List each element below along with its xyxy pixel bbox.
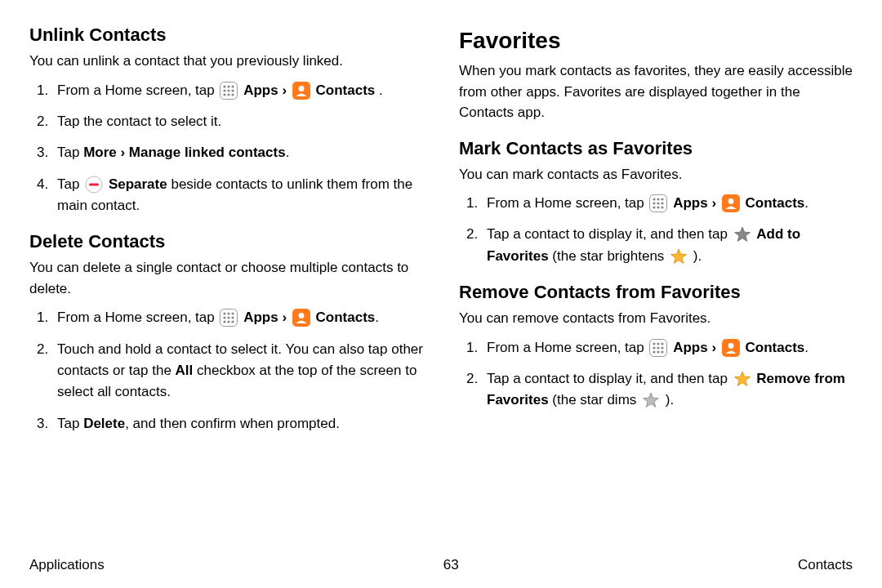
unlink-step-2: Tap the contact to select it. bbox=[52, 111, 423, 132]
delete-step-3: Tap Delete, and then confirm when prompt… bbox=[52, 413, 423, 434]
svg-rect-13 bbox=[89, 183, 99, 185]
apps-icon bbox=[649, 339, 667, 357]
svg-point-37 bbox=[728, 198, 733, 204]
page-body: Unlink Contacts You can unlink a contact… bbox=[0, 0, 882, 446]
svg-point-22 bbox=[228, 321, 230, 323]
svg-point-35 bbox=[662, 206, 664, 208]
svg-point-21 bbox=[224, 321, 226, 323]
svg-point-47 bbox=[653, 350, 656, 353]
svg-point-31 bbox=[657, 202, 660, 204]
intro-remove: You can remove contacts from Favorites. bbox=[459, 308, 853, 329]
star-bright-icon bbox=[733, 370, 751, 388]
svg-point-45 bbox=[657, 346, 660, 349]
svg-point-49 bbox=[662, 350, 664, 353]
svg-point-18 bbox=[224, 317, 226, 319]
svg-point-1 bbox=[224, 85, 226, 87]
svg-point-17 bbox=[232, 313, 234, 315]
heading-delete-contacts: Delete Contacts bbox=[29, 231, 423, 252]
svg-point-29 bbox=[662, 198, 664, 200]
contacts-icon bbox=[722, 339, 740, 357]
svg-point-25 bbox=[298, 313, 304, 318]
svg-point-42 bbox=[657, 342, 660, 345]
unlink-step-1: From a Home screen, tap Apps › Contacts … bbox=[52, 80, 423, 101]
star-outline-icon bbox=[733, 225, 751, 243]
svg-marker-38 bbox=[734, 227, 750, 241]
svg-point-6 bbox=[232, 89, 234, 91]
svg-point-9 bbox=[232, 93, 234, 96]
footer-page-number: 63 bbox=[443, 557, 459, 573]
svg-point-32 bbox=[662, 202, 664, 204]
svg-point-46 bbox=[662, 346, 664, 349]
svg-point-48 bbox=[657, 350, 660, 353]
svg-point-51 bbox=[728, 343, 733, 349]
svg-point-28 bbox=[657, 198, 660, 200]
svg-point-7 bbox=[224, 93, 226, 96]
intro-mark: You can mark contacts as Favorites. bbox=[459, 164, 853, 185]
svg-point-11 bbox=[298, 86, 304, 91]
svg-point-33 bbox=[653, 206, 656, 208]
svg-point-3 bbox=[232, 85, 234, 87]
svg-point-41 bbox=[653, 342, 656, 345]
star-bright-icon bbox=[670, 247, 688, 265]
apps-icon bbox=[649, 194, 667, 212]
star-dim-icon bbox=[642, 391, 660, 409]
remove-step-2: Tap a contact to display it, and then ta… bbox=[482, 368, 853, 412]
heading-favorites: Favorites bbox=[459, 28, 853, 54]
svg-point-20 bbox=[232, 317, 234, 319]
intro-delete: You can delete a single contact or choos… bbox=[29, 257, 423, 299]
steps-delete: From a Home screen, tap Apps › Contacts.… bbox=[29, 307, 423, 434]
page-footer: Applications 63 Contacts bbox=[29, 557, 853, 573]
intro-favorites: When you mark contacts as favorites, the… bbox=[459, 60, 853, 123]
svg-point-27 bbox=[653, 198, 656, 200]
svg-point-34 bbox=[657, 206, 660, 208]
heading-unlink-contacts: Unlink Contacts bbox=[29, 24, 423, 46]
steps-unlink: From a Home screen, tap Apps › Contacts … bbox=[29, 80, 423, 217]
contacts-icon bbox=[722, 194, 740, 212]
heading-mark-favorites: Mark Contacts as Favorites bbox=[459, 138, 853, 159]
steps-mark: From a Home screen, tap Apps › Contacts.… bbox=[459, 193, 853, 267]
steps-remove: From a Home screen, tap Apps › Contacts.… bbox=[459, 337, 853, 412]
apps-icon bbox=[220, 82, 238, 100]
svg-point-16 bbox=[228, 313, 230, 315]
svg-point-15 bbox=[224, 313, 226, 315]
unlink-step-3: Tap More › Manage linked contacts. bbox=[52, 142, 423, 163]
svg-point-30 bbox=[653, 202, 656, 204]
unlink-step-4: Tap Separate beside contacts to unlink t… bbox=[52, 174, 423, 217]
mark-step-2: Tap a contact to display it, and then ta… bbox=[482, 224, 853, 267]
contacts-icon bbox=[292, 309, 310, 327]
svg-point-44 bbox=[653, 346, 656, 349]
svg-point-4 bbox=[224, 89, 226, 91]
footer-left: Applications bbox=[29, 557, 105, 573]
svg-point-2 bbox=[228, 85, 230, 87]
svg-point-5 bbox=[228, 89, 230, 91]
delete-step-1: From a Home screen, tap Apps › Contacts. bbox=[52, 307, 423, 328]
delete-step-2: Touch and hold a contact to select it. Y… bbox=[52, 339, 423, 403]
svg-marker-39 bbox=[671, 249, 687, 263]
svg-point-19 bbox=[228, 317, 230, 319]
mark-step-1: From a Home screen, tap Apps › Contacts. bbox=[482, 193, 853, 214]
remove-step-1: From a Home screen, tap Apps › Contacts. bbox=[482, 337, 853, 359]
right-column: Favorites When you mark contacts as favo… bbox=[459, 24, 853, 446]
svg-marker-53 bbox=[644, 393, 659, 407]
svg-point-43 bbox=[662, 342, 664, 345]
contacts-icon bbox=[292, 82, 310, 100]
svg-marker-52 bbox=[734, 372, 750, 385]
left-column: Unlink Contacts You can unlink a contact… bbox=[29, 24, 423, 446]
svg-point-8 bbox=[228, 93, 230, 96]
apps-icon bbox=[220, 309, 238, 327]
svg-point-23 bbox=[232, 321, 234, 323]
separate-icon bbox=[85, 176, 103, 194]
footer-right: Contacts bbox=[798, 557, 853, 573]
heading-remove-favorites: Remove Contacts from Favorites bbox=[459, 282, 853, 303]
intro-unlink: You can unlink a contact that you previo… bbox=[29, 51, 423, 72]
